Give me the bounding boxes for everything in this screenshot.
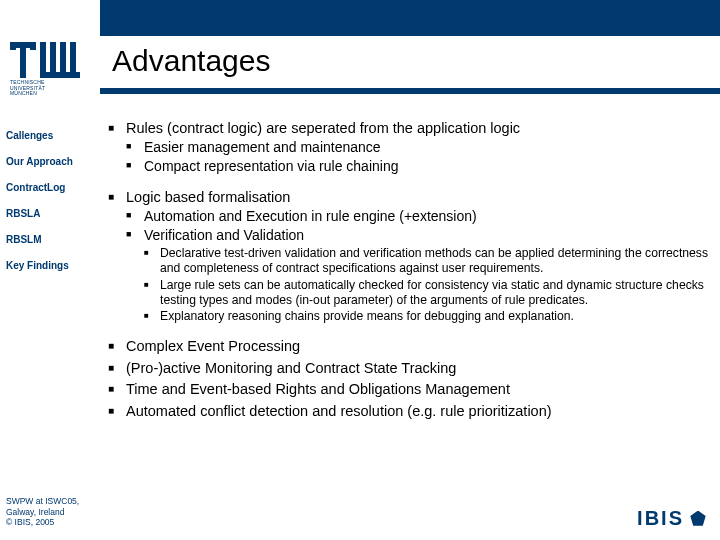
bullet-l2: Verification and Validation Declarative … xyxy=(126,227,710,324)
svg-rect-3 xyxy=(30,42,36,50)
bullet-text: Logic based formalisation xyxy=(126,189,290,205)
bullet-l3: Declarative test-driven validation and v… xyxy=(144,246,710,276)
bullet-text: (Pro-)active Monitoring and Contract Sta… xyxy=(126,360,456,376)
title-underline xyxy=(100,88,720,94)
bullet-l1: Logic based formalisation Automation and… xyxy=(108,189,710,324)
sidebar-item-callenges: Callenges xyxy=(6,130,96,142)
bullet-text: Automation and Execution in rule engine … xyxy=(144,208,477,224)
bullet-l1: Automated conflict detection and resolut… xyxy=(108,403,710,420)
bullet-l1: Complex Event Processing xyxy=(108,338,710,355)
footer-note: SWPW at ISWC05, Galway, Ireland © IBIS, … xyxy=(6,496,101,528)
sidebar-item-rbsla: RBSLA xyxy=(6,208,96,220)
page-title: Advantages xyxy=(112,44,710,78)
bullet-text: Explanatory reasoning chains provide mea… xyxy=(160,309,574,323)
bullet-l2: Automation and Execution in rule engine … xyxy=(126,208,710,225)
sidebar-item-contractlog: ContractLog xyxy=(6,182,96,194)
bullet-text: Large rule sets can be automatically che… xyxy=(160,278,704,307)
svg-rect-2 xyxy=(20,42,26,78)
institution-name: TECHNISCHE UNIVERSITÄT MÜNCHEN xyxy=(10,80,100,97)
sidebar-nav: Callenges Our Approach ContractLog RBSLA… xyxy=(6,130,96,286)
svg-rect-7 xyxy=(60,42,66,78)
bullet-l1: Time and Event-based Rights and Obligati… xyxy=(108,381,710,398)
bullet-l2: Easier management and maintenance xyxy=(126,139,710,156)
svg-rect-8 xyxy=(70,42,76,78)
bullet-l3: Large rule sets can be automatically che… xyxy=(144,278,710,308)
svg-rect-6 xyxy=(50,42,56,78)
page-title-row: Advantages xyxy=(112,44,710,78)
footer-line: © IBIS, 2005 xyxy=(6,517,101,528)
pentagon-icon xyxy=(690,511,706,527)
institution-line: MÜNCHEN xyxy=(10,91,100,97)
sidebar-item-our-approach: Our Approach xyxy=(6,156,96,168)
bullet-text: Rules (contract logic) are seperated fro… xyxy=(126,120,520,136)
sidebar-item-rbslm: RBSLM xyxy=(6,234,96,246)
slide-content: Rules (contract logic) are seperated fro… xyxy=(108,120,710,512)
header-bar-cutout xyxy=(0,0,100,36)
brand-text: IBIS xyxy=(637,507,684,530)
bullet-text: Verification and Validation xyxy=(144,227,304,243)
bullet-text: Time and Event-based Rights and Obligati… xyxy=(126,381,510,397)
bullet-l1: (Pro-)active Monitoring and Contract Sta… xyxy=(108,360,710,377)
footer-line: Galway, Ireland xyxy=(6,507,101,518)
bullet-text: Compact representation via rule chaining xyxy=(144,158,398,174)
bullet-l1: Rules (contract logic) are seperated fro… xyxy=(108,120,710,175)
ibis-logo: IBIS xyxy=(637,507,706,530)
tum-logo-icon xyxy=(10,42,80,78)
bullet-text: Complex Event Processing xyxy=(126,338,300,354)
bullet-text: Easier management and maintenance xyxy=(144,139,381,155)
bullet-text: Automated conflict detection and resolut… xyxy=(126,403,552,419)
bullet-text: Declarative test-driven validation and v… xyxy=(160,246,708,275)
bullet-l3: Explanatory reasoning chains provide mea… xyxy=(144,309,710,324)
footer-line: SWPW at ISWC05, xyxy=(6,496,101,507)
institution-logo: TECHNISCHE UNIVERSITÄT MÜNCHEN xyxy=(10,36,100,116)
bullet-l2: Compact representation via rule chaining xyxy=(126,158,710,175)
header-bar xyxy=(0,0,720,36)
sidebar-item-key-findings: Key Findings xyxy=(6,260,96,272)
